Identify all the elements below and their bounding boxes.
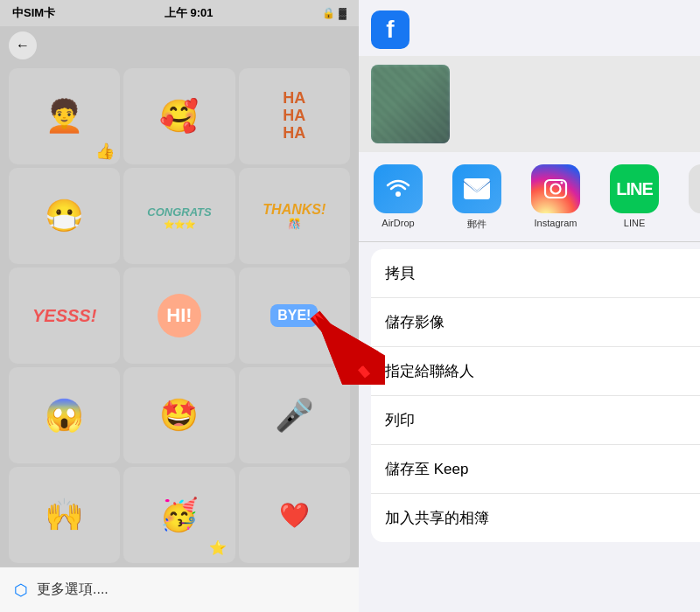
share-sheet-header: f × [359, 0, 700, 56]
sticker-item[interactable]: 🥰 [123, 68, 234, 164]
app-item-more[interactable]: ··· Nic... [674, 164, 700, 231]
app-item-airdrop[interactable]: AirDrop [359, 164, 438, 231]
sticker-item[interactable]: 🥳 ⭐ [123, 467, 234, 563]
sticker-item[interactable]: HAHAHA [239, 68, 350, 164]
action-shared-album[interactable]: 加入共享的相簿 [371, 494, 700, 542]
more-app-icon: ··· [689, 164, 700, 213]
left-panel: 中SIM卡 上午 9:01 🔒 ▓ ← 🧑‍🦱 👍 🥰 HAHAHA 😷 CON… [0, 0, 359, 612]
sticker-emoji: 🤩 [159, 397, 199, 434]
line-icon: LINE [610, 164, 659, 213]
sticker-item[interactable]: BYE! [239, 268, 350, 364]
sticker-emoji: 🥰 [159, 98, 199, 135]
action-assign-contact[interactable]: 指定給聯絡人 [371, 347, 700, 396]
sticker-text: HAHAHA [283, 90, 305, 142]
share-apps-row: AirDrop 郵件 Insta [359, 152, 700, 238]
copy-label: 拷貝 [385, 263, 415, 283]
instagram-label: Instagram [535, 218, 578, 228]
sticker-emoji: 🎤 [275, 397, 314, 434]
sticker-text: THANKS! [262, 202, 326, 217]
bottom-bar[interactable]: ⬡ 更多選項.... [0, 567, 359, 612]
action-save-image[interactable]: 儲存影像 [371, 298, 700, 347]
print-label: 列印 [385, 410, 415, 430]
svg-point-8 [561, 182, 564, 184]
back-icon: ← [16, 38, 30, 53]
svg-point-3 [396, 191, 401, 197]
sticker-item[interactable]: HI! [123, 268, 234, 364]
instagram-icon [531, 164, 580, 213]
sticker-emoji: 😱 [45, 397, 84, 434]
action-list: 拷貝 儲存影像 指定給聯絡人 [371, 249, 700, 542]
sticker-text: BYE! [270, 304, 318, 327]
sticker-text: HI! [158, 294, 201, 337]
sticker-item[interactable]: ❤️ [239, 467, 350, 563]
sticker-emoji: 😷 [45, 198, 84, 234]
sticker-emoji: 🙌 [45, 497, 84, 533]
status-icons: 🔒 ▓ [322, 7, 346, 19]
preview-thumbnail [371, 65, 450, 143]
sticker-emoji: 🧑‍🦱 [45, 98, 84, 135]
sticker-emoji: 🥳 [159, 497, 199, 533]
app-item-instagram[interactable]: Instagram [516, 164, 595, 231]
preview-area [359, 56, 700, 152]
sticker-item[interactable]: YESSS! [9, 268, 120, 364]
sticker-item[interactable]: 🧑‍🦱 👍 [9, 68, 120, 164]
action-print[interactable]: 列印 [371, 396, 700, 445]
assign-contact-label: 指定給聯絡人 [385, 361, 474, 381]
app-item-line[interactable]: LINE LINE [595, 164, 674, 231]
status-bar: 中SIM卡 上午 9:01 🔒 ▓ [0, 0, 359, 26]
share-icon: ⬡ [14, 581, 28, 600]
sticker-item[interactable]: CONGRATS ⭐⭐⭐ [123, 168, 234, 264]
line-label: LINE [624, 218, 645, 228]
svg-point-7 [551, 184, 561, 194]
action-save-keep[interactable]: 儲存至 Keep [371, 445, 700, 494]
divider [359, 241, 700, 242]
shared-album-label: 加入共享的相簿 [385, 508, 489, 528]
app-item-mail[interactable]: 郵件 [438, 164, 516, 231]
back-button[interactable]: ← [9, 31, 37, 59]
stickers-grid: 🧑‍🦱 👍 🥰 HAHAHA 😷 CONGRATS ⭐⭐⭐ THANKS! 🎊 … [0, 65, 359, 567]
facebook-icon: f [371, 10, 410, 49]
sticker-item[interactable]: 🤩 [123, 367, 234, 463]
mail-label: 郵件 [467, 218, 486, 231]
sticker-item[interactable]: 🙌 [9, 467, 120, 563]
right-panel: f × AirDrop [359, 0, 700, 612]
airdrop-label: AirDrop [382, 218, 414, 228]
action-copy[interactable]: 拷貝 [371, 249, 700, 298]
airdrop-icon [374, 164, 423, 213]
save-keep-label: 儲存至 Keep [385, 459, 468, 479]
more-options-label: 更多選項.... [37, 581, 108, 599]
sticker-item[interactable]: 😱 [9, 367, 120, 463]
sticker-item[interactable]: 😷 [9, 168, 120, 264]
sticker-item[interactable]: THANKS! 🎊 [239, 168, 350, 264]
sticker-text: YESSS! [32, 306, 96, 326]
battery-icon: ▓ [339, 7, 346, 19]
thumbnail-image [371, 65, 450, 143]
sticker-text: CONGRATS [147, 205, 211, 219]
sticker-item[interactable]: 🎤 [239, 367, 350, 463]
mail-icon [452, 164, 501, 213]
carrier-label: 中SIM卡 [12, 5, 55, 21]
time-label: 上午 9:01 [164, 5, 214, 21]
lock-icon: 🔒 [322, 7, 335, 19]
save-image-label: 儲存影像 [385, 312, 444, 332]
